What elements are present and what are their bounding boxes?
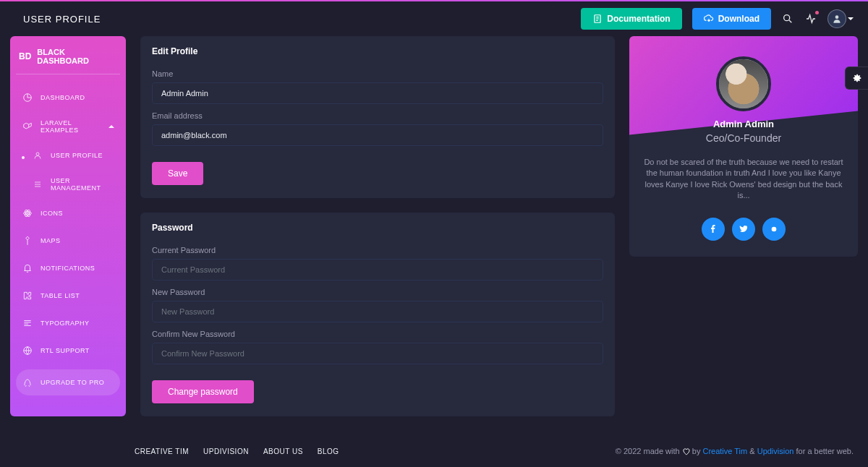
footer-link-blog[interactable]: BLOG	[318, 447, 339, 455]
twitter-icon	[739, 225, 748, 234]
svg-point-1	[784, 15, 790, 21]
svg-point-5	[27, 213, 28, 214]
brand-full: BLACK DASHBOARD	[37, 48, 117, 65]
user-card: Admin Admin Ceo/Co-Founder Do not be sca…	[629, 36, 858, 257]
new-password-label: New Password	[152, 288, 603, 296]
chevron-down-icon	[848, 17, 854, 20]
footer-link-about-us[interactable]: ABOUT US	[263, 447, 303, 455]
user-menu[interactable]	[827, 9, 854, 28]
card-title: Password	[140, 213, 615, 239]
pin-icon	[22, 235, 33, 247]
chevron-up-icon	[109, 125, 114, 128]
avatar-small	[827, 9, 846, 28]
documentation-button[interactable]: Documentation	[581, 8, 681, 30]
sidebar-item-label: MAPS	[41, 237, 61, 244]
sidebar-item-label: ICONS	[41, 210, 63, 217]
sidebar-item-typography[interactable]: TYPOGRAPHY	[16, 310, 120, 336]
svg-point-10	[772, 226, 777, 231]
user-role: Ceo/Co-Founder	[642, 132, 845, 144]
footer: CREATIVE TIM UPDIVISION ABOUT US BLOG © …	[0, 438, 868, 467]
sidebar-item-user-management[interactable]: USER MANAGEMENT	[16, 170, 120, 199]
chart-pie-icon	[22, 92, 33, 103]
card-title: Edit Profile	[140, 36, 615, 62]
user-bio: Do not be scared of the truth because we…	[642, 157, 845, 202]
circle-icon	[770, 226, 778, 233]
gear-icon	[851, 72, 863, 84]
save-button[interactable]: Save	[152, 162, 203, 185]
heart-icon	[682, 447, 690, 455]
notification-dot	[815, 11, 819, 14]
sidebar-item-label: RTL SUPPORT	[41, 347, 90, 354]
current-password-input[interactable]	[152, 259, 603, 280]
document-icon	[592, 14, 603, 24]
confirm-password-label: Confirm New Password	[152, 330, 603, 338]
cloud-download-icon	[704, 14, 714, 24]
align-icon	[22, 317, 33, 329]
sidebar-item-label: UPGRADE TO PRO	[41, 379, 104, 386]
brand[interactable]: BD BLACK DASHBOARD	[16, 45, 120, 74]
page-title: USER PROFILE	[23, 14, 101, 25]
password-card: Password Current Password New Password C…	[140, 213, 615, 416]
bell-icon	[22, 262, 33, 274]
sidebar-item-label: NOTIFICATIONS	[41, 265, 95, 272]
footer-copyright: © 2022 made with by Creative Tim & Updiv…	[616, 447, 854, 455]
sidebar-item-label: TYPOGRAPHY	[41, 320, 90, 327]
svg-point-2	[835, 15, 839, 19]
sidebar-item-user-profile[interactable]: USER PROFILE	[16, 142, 120, 168]
sidebar-item-upgrade[interactable]: UPGRADE TO PRO	[16, 369, 120, 395]
facebook-button[interactable]	[702, 218, 725, 241]
footer-link-ct[interactable]: Creative Tim	[702, 447, 747, 455]
sidebar-item-label: DASHBOARD	[41, 94, 85, 101]
change-password-button[interactable]: Change password	[152, 380, 254, 403]
google-button[interactable]	[762, 218, 786, 241]
sidebar: BD BLACK DASHBOARD DASHBOARD LARAVEL EXA…	[10, 36, 126, 416]
email-label: Email address	[152, 111, 603, 120]
user-icon	[32, 150, 43, 161]
documentation-label: Documentation	[607, 14, 670, 24]
download-label: Download	[718, 14, 760, 24]
email-input[interactable]	[152, 124, 603, 146]
rocket-icon	[22, 377, 33, 388]
sidebar-item-maps[interactable]: MAPS	[16, 228, 120, 254]
user-name: Admin Admin	[642, 119, 845, 129]
facebook-icon	[709, 225, 718, 234]
sidebar-item-tables[interactable]: TABLE LIST	[16, 283, 120, 309]
name-input[interactable]	[152, 82, 603, 104]
settings-gear[interactable]	[845, 67, 868, 90]
avatar	[716, 56, 771, 111]
download-button[interactable]: Download	[692, 8, 771, 30]
sidebar-item-icons[interactable]: ICONS	[16, 200, 120, 226]
svg-point-4	[36, 153, 39, 155]
sidebar-item-label: USER PROFILE	[51, 152, 103, 159]
list-icon	[32, 179, 43, 190]
laravel-icon	[22, 121, 33, 132]
atom-icon	[22, 207, 33, 219]
sidebar-item-label: USER MANAGEMENT	[51, 177, 114, 192]
footer-link-upd[interactable]: Updivision	[757, 447, 794, 455]
name-label: Name	[152, 69, 603, 78]
sidebar-item-rtl[interactable]: RTL SUPPORT	[16, 338, 120, 364]
sidebar-item-dashboard[interactable]: DASHBOARD	[16, 85, 120, 111]
notifications-icon[interactable]	[804, 12, 817, 25]
brand-short: BD	[19, 51, 31, 61]
sidebar-item-label: LARAVEL EXAMPLES	[41, 119, 101, 134]
puzzle-icon	[22, 290, 33, 301]
sidebar-item-label: TABLE LIST	[41, 292, 80, 299]
globe-icon	[22, 345, 33, 356]
sidebar-item-laravel[interactable]: LARAVEL EXAMPLES	[16, 112, 120, 141]
new-password-input[interactable]	[152, 301, 603, 322]
twitter-button[interactable]	[732, 218, 755, 241]
sidebar-item-notifications[interactable]: NOTIFICATIONS	[16, 255, 120, 281]
footer-link-creative-tim[interactable]: CREATIVE TIM	[135, 447, 189, 455]
footer-link-updivision[interactable]: UPDIVISION	[203, 447, 249, 455]
confirm-password-input[interactable]	[152, 343, 603, 364]
edit-profile-card: Edit Profile Name Email address Save	[140, 36, 615, 198]
search-icon[interactable]	[781, 12, 794, 25]
current-password-label: Current Password	[152, 246, 603, 254]
